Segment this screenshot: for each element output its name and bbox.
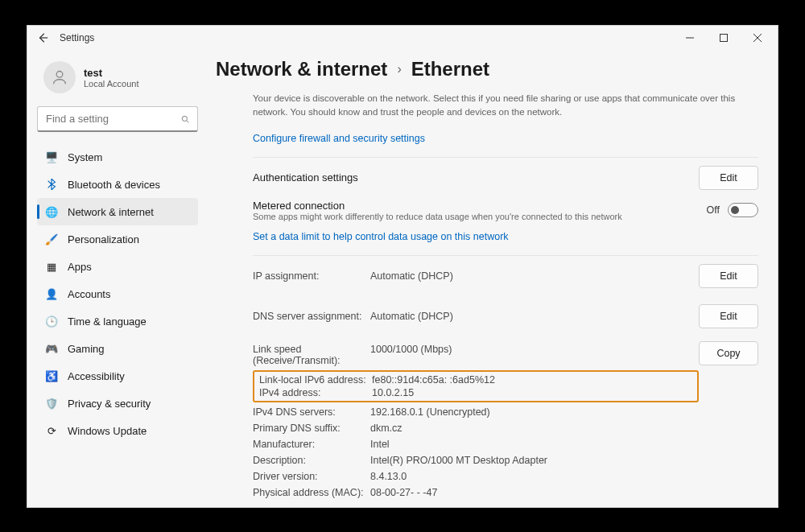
svg-line-6 [187, 120, 189, 122]
dnssuffix-v: dkm.cz [370, 423, 699, 434]
nav-item-label: Windows Update [68, 425, 147, 437]
chevron-right-icon: › [397, 62, 401, 76]
nav-item-label: Personalization [68, 233, 139, 245]
driver-k: Driver version: [253, 471, 370, 482]
search-input[interactable] [46, 113, 181, 125]
maximize-button[interactable] [707, 27, 741, 49]
nav-item-label: System [68, 151, 102, 163]
user-name: test [84, 67, 139, 79]
system-icon: 🖥️ [45, 151, 58, 163]
nav-item-network-internet[interactable]: 🌐Network & internet [37, 198, 198, 225]
nav-item-label: Accessibility [68, 370, 125, 382]
ip-assign-row: IP assignment: Automatic (DHCP) Edit [253, 256, 758, 296]
svg-rect-1 [720, 35, 728, 42]
gaming-icon: 🎮 [45, 342, 58, 355]
maximize-icon [720, 34, 728, 42]
nav-item-accounts[interactable]: 👤Accounts [37, 280, 198, 307]
nav-item-label: Time & language [68, 315, 147, 328]
dns-assign-edit-button[interactable]: Edit [699, 304, 758, 328]
discoverability-text: Your device is discoverable on the netwo… [253, 92, 758, 120]
accessibility-icon: ♿ [45, 369, 58, 382]
ipv6-k: Link-local IPv6 address: [259, 374, 372, 386]
ip-assign-edit-button[interactable]: Edit [699, 264, 758, 288]
dns-assign-row: DNS server assignment: Automatic (DHCP) … [253, 296, 758, 336]
metered-row: Metered connection Some apps might work … [253, 198, 758, 223]
windows-update-icon: ⟳ [45, 424, 58, 437]
nav-item-label: Gaming [68, 343, 105, 355]
ipv4-k: IPv4 address: [259, 387, 372, 398]
nav-item-apps[interactable]: ▦Apps [37, 253, 198, 280]
breadcrumb-parent[interactable]: Network & internet [216, 58, 387, 80]
breadcrumb-current: Ethernet [411, 58, 489, 80]
minimize-button[interactable] [673, 27, 707, 49]
dns-assign-value: Automatic (DHCP) [370, 311, 699, 322]
avatar [43, 61, 76, 93]
driver-v: 8.4.13.0 [370, 471, 699, 482]
panel: Your device is discoverable on the netwo… [216, 92, 758, 501]
close-button[interactable] [741, 27, 774, 49]
description-k: Description: [253, 455, 370, 466]
dnssuffix-k: Primary DNS suffix: [253, 423, 370, 434]
auth-edit-button[interactable]: Edit [699, 166, 758, 190]
highlight-box: Link-local IPv6 address:fe80::91d4:c65a:… [253, 370, 699, 402]
user-block[interactable]: test Local Account [37, 55, 198, 106]
ipv4-v: 10.0.2.15 [372, 387, 692, 398]
link-speed-v: 1000/1000 (Mbps) [370, 344, 699, 366]
titlebar: Settings [27, 26, 778, 50]
auth-row: Authentication settings Edit [253, 158, 758, 198]
nav-item-system[interactable]: 🖥️System [37, 143, 198, 171]
nav: 🖥️SystemBluetooth & devices🌐Network & in… [37, 143, 198, 444]
nav-item-label: Privacy & security [68, 398, 151, 410]
ipv4dns-k: IPv4 DNS servers: [253, 406, 370, 418]
firewall-link[interactable]: Configure firewall and security settings [253, 133, 425, 144]
nav-item-time-language[interactable]: 🕒Time & language [37, 307, 198, 335]
nav-item-accessibility[interactable]: ♿Accessibility [37, 362, 198, 390]
metered-label: Metered connection [253, 200, 707, 212]
nav-item-label: Bluetooth & devices [68, 179, 160, 191]
nav-item-windows-update[interactable]: ⟳Windows Update [37, 417, 198, 444]
nav-item-label: Network & internet [68, 206, 154, 218]
manufacturer-v: Intel [370, 439, 699, 450]
time-language-icon: 🕒 [45, 315, 58, 328]
metered-desc: Some apps might work differently to redu… [253, 212, 707, 221]
minimize-icon [686, 34, 694, 42]
link-speed-k: Link speed (Receive/Transmit): [253, 344, 370, 366]
settings-window: Settings test Local Account 🖥️SystemBlue… [27, 25, 778, 508]
manufacturer-k: Manufacturer: [253, 439, 370, 450]
app-title: Settings [60, 32, 94, 43]
personalization-icon: 🖌️ [45, 233, 58, 245]
copy-button[interactable]: Copy [699, 341, 758, 365]
ip-assign-value: Automatic (DHCP) [370, 270, 699, 282]
sidebar: test Local Account 🖥️SystemBluetooth & d… [27, 50, 208, 507]
nav-item-label: Apps [68, 261, 92, 273]
svg-point-5 [182, 116, 187, 121]
mac-k: Physical address (MAC): [253, 487, 370, 498]
network-internet-icon: 🌐 [45, 205, 58, 218]
auth-label: Authentication settings [253, 171, 699, 184]
breadcrumb: Network & internet › Ethernet [216, 58, 758, 80]
mac-v: 08-00-27- - -47 [370, 487, 699, 498]
dns-assign-label: DNS server assignment: [253, 311, 370, 322]
nav-item-label: Accounts [68, 288, 110, 300]
ipv6-v: fe80::91d4:c65a: :6ad5%12 [372, 374, 692, 386]
nav-item-gaming[interactable]: 🎮Gaming [37, 335, 198, 362]
metered-toggle[interactable] [728, 203, 758, 217]
metered-state: Off [707, 204, 720, 216]
nav-item-privacy-security[interactable]: 🛡️Privacy & security [37, 390, 198, 417]
main: Network & internet › Ethernet Your devic… [208, 50, 778, 507]
person-icon [51, 68, 68, 86]
ip-assign-label: IP assignment: [253, 270, 370, 282]
back-button[interactable] [31, 26, 55, 50]
search-icon [181, 113, 189, 125]
apps-icon: ▦ [45, 260, 58, 273]
nav-item-personalization[interactable]: 🖌️Personalization [37, 225, 198, 253]
nav-item-bluetooth-devices[interactable]: Bluetooth & devices [37, 171, 198, 198]
accounts-icon: 👤 [45, 287, 58, 300]
content: test Local Account 🖥️SystemBluetooth & d… [27, 50, 778, 507]
data-limit-link[interactable]: Set a data limit to help control data us… [253, 231, 509, 242]
privacy-security-icon: 🛡️ [45, 397, 58, 410]
search-box[interactable] [37, 106, 198, 132]
svg-point-4 [56, 71, 63, 77]
arrow-left-icon [37, 32, 48, 43]
close-icon [753, 34, 762, 42]
